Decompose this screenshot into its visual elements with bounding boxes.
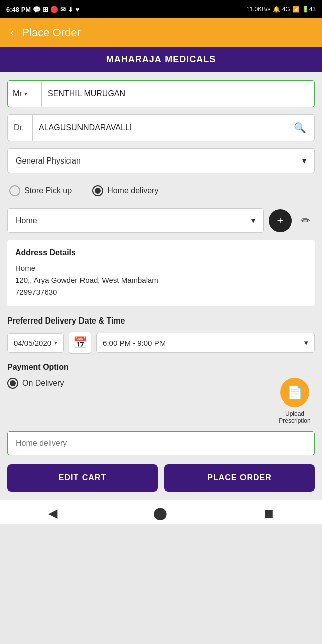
store-name: MAHARAJA MEDICALS bbox=[106, 54, 216, 64]
on-delivery-label: On Delivery bbox=[22, 379, 64, 388]
address-details-card: Address Details Home 120,, Arya Gowder R… bbox=[7, 240, 315, 306]
status-indicators: 11.0KB/s 🔔 4G 📶 🔋43 bbox=[246, 6, 316, 13]
address-phone: 7299737630 bbox=[15, 286, 307, 298]
address-card-text: Home 120,, Arya Gowder Road, West Mambal… bbox=[15, 262, 307, 298]
store-pickup-radio[interactable] bbox=[9, 185, 20, 196]
plus-icon: + bbox=[277, 214, 284, 227]
address-dropdown[interactable]: Home ▾ bbox=[7, 208, 264, 233]
specialty-dropdown[interactable]: General Physician ▾ bbox=[7, 148, 315, 173]
specialty-chevron-icon: ▾ bbox=[302, 156, 306, 166]
nav-bar: ◀ ⬤ ◼ bbox=[0, 500, 322, 524]
address-line1: 120,, Arya Gowder Road, West Mambalam bbox=[15, 274, 307, 286]
address-chevron-icon: ▾ bbox=[251, 216, 255, 225]
home-delivery-option[interactable]: Home delivery bbox=[92, 185, 158, 196]
on-delivery-radio[interactable] bbox=[7, 378, 18, 389]
prefix-chevron-icon: ▾ bbox=[24, 90, 27, 97]
place-order-button[interactable]: PLACE ORDER bbox=[164, 464, 315, 492]
home-delivery-radio[interactable] bbox=[92, 185, 103, 196]
upload-prescription-wrapper: 📄 Upload Prescription bbox=[275, 378, 315, 424]
payment-row: On Delivery 📄 Upload Prescription bbox=[7, 378, 315, 424]
header: ‹ Place Order bbox=[0, 18, 322, 47]
status-time: 6:48 PM 💬 ⊞ 🔴 ✉ ⬇ ♥ bbox=[6, 6, 79, 13]
add-address-button[interactable]: + bbox=[269, 209, 292, 232]
calendar-button[interactable]: 📅 bbox=[69, 332, 91, 354]
document-icon: 📄 bbox=[287, 385, 303, 400]
doctor-search-icon[interactable]: 🔍 bbox=[286, 122, 314, 134]
header-title: Place Order bbox=[22, 26, 80, 39]
time-picker[interactable]: 6:00 PM - 9:00 PM ▾ bbox=[96, 333, 315, 353]
upload-prescription-button[interactable]: 📄 bbox=[280, 378, 309, 407]
payment-section-label: Payment Option bbox=[7, 363, 315, 372]
status-bar: 6:48 PM 💬 ⊞ 🔴 ✉ ⬇ ♥ 11.0KB/s 🔔 4G 📶 🔋43 bbox=[0, 0, 322, 18]
date-picker[interactable]: 04/05/2020 ▾ bbox=[7, 333, 64, 353]
address-type: Home bbox=[15, 262, 307, 274]
home-nav-icon[interactable]: ⬤ bbox=[153, 506, 167, 520]
date-chevron-icon: ▾ bbox=[54, 339, 57, 346]
on-delivery-option[interactable]: On Delivery bbox=[7, 378, 64, 389]
store-pickup-label: Store Pick up bbox=[24, 186, 72, 195]
patient-prefix-select[interactable]: Mr ▾ bbox=[8, 80, 42, 107]
address-card-title: Address Details bbox=[15, 248, 307, 257]
pencil-icon: ✏ bbox=[301, 214, 310, 227]
date-value: 04/05/2020 bbox=[14, 339, 51, 347]
patient-name-input[interactable] bbox=[42, 82, 314, 105]
patient-name-row: Mr ▾ bbox=[7, 80, 315, 107]
store-banner: MAHARAJA MEDICALS bbox=[0, 47, 322, 72]
time-chevron-icon: ▾ bbox=[304, 338, 308, 347]
doctor-prefix-label: Dr. bbox=[8, 115, 33, 141]
address-type-label: Home bbox=[16, 216, 37, 225]
calendar-icon: 📅 bbox=[73, 336, 87, 349]
edit-address-button[interactable]: ✏ bbox=[297, 212, 315, 230]
date-time-row: 04/05/2020 ▾ 📅 6:00 PM - 9:00 PM ▾ bbox=[7, 332, 315, 354]
recents-nav-icon[interactable]: ◼ bbox=[264, 506, 274, 520]
bottom-buttons: EDIT CART PLACE ORDER bbox=[7, 464, 315, 492]
doctor-row: Dr. 🔍 bbox=[7, 114, 315, 141]
address-selector-row: Home ▾ + ✏ bbox=[7, 208, 315, 233]
store-pickup-option[interactable]: Store Pick up bbox=[9, 185, 72, 196]
upload-prescription-label: Upload Prescription bbox=[275, 410, 315, 424]
back-button[interactable]: ‹ bbox=[10, 26, 14, 39]
payment-section: Payment Option On Delivery 📄 Upload Pres… bbox=[7, 363, 315, 424]
time-value: 6:00 PM - 9:00 PM bbox=[103, 339, 166, 347]
doctor-name-input[interactable] bbox=[33, 116, 286, 139]
home-delivery-label: Home delivery bbox=[107, 186, 158, 195]
delivery-date-section-label: Preferred Delivery Date & Time bbox=[7, 316, 315, 326]
back-nav-icon[interactable]: ◀ bbox=[48, 506, 57, 520]
main-content: Mr ▾ Dr. 🔍 General Physician ▾ Store Pic… bbox=[0, 72, 322, 500]
notes-input[interactable] bbox=[7, 431, 315, 455]
delivery-type-group: Store Pick up Home delivery bbox=[7, 180, 315, 201]
specialty-label: General Physician bbox=[16, 156, 81, 166]
edit-cart-button[interactable]: EDIT CART bbox=[7, 464, 158, 492]
